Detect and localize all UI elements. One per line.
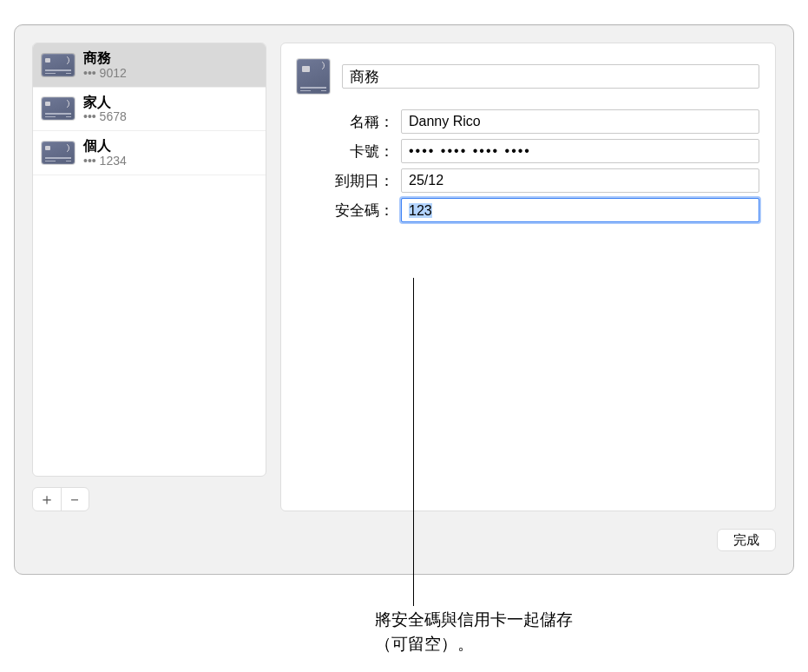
card-list: 商務 ••• 9012 家人 ••• 5678 (32, 43, 266, 477)
form-row-number: 卡號： (297, 139, 759, 163)
cvv-value: 123 (409, 203, 432, 218)
form-row-expiry: 到期日： (297, 168, 759, 193)
card-header (297, 59, 759, 94)
footer: 完成 (32, 529, 776, 551)
card-title: 家人 (83, 95, 127, 110)
card-list-item[interactable]: 家人 ••• 5678 (33, 88, 266, 132)
credit-card-icon (42, 142, 75, 164)
card-list-item[interactable]: 個人 ••• 1234 (33, 131, 266, 175)
sidebar-container: 商務 ••• 9012 家人 ••• 5678 (32, 43, 266, 511)
remove-card-button[interactable]: － (62, 488, 89, 511)
form-row-cvv: 安全碼： 123 (297, 198, 759, 222)
card-last4: ••• 5678 (83, 109, 127, 123)
callout-line2: （可留空）。 (375, 635, 474, 653)
content: 商務 ••• 9012 家人 ••• 5678 (32, 43, 776, 511)
callout-line1: 將安全碼與信用卡一起儲存 (375, 610, 573, 629)
card-title: 商務 (83, 50, 127, 66)
card-list-item-text: 個人 ••• 1234 (83, 138, 127, 168)
card-description-field[interactable] (342, 64, 759, 89)
security-code-field[interactable]: 123 (401, 198, 759, 222)
credit-card-icon (42, 54, 75, 76)
expiry-field[interactable] (401, 168, 759, 193)
done-button[interactable]: 完成 (717, 529, 776, 551)
credit-card-icon (297, 59, 330, 94)
card-detail-panel: 名稱： 卡號： 到期日： 安全碼： 123 (280, 43, 776, 511)
card-number-field[interactable] (401, 139, 759, 163)
form-row-name: 名稱： (297, 109, 759, 134)
expiry-label: 到期日： (297, 171, 397, 191)
card-last4: ••• 1234 (83, 154, 127, 168)
card-list-item-text: 商務 ••• 9012 (83, 50, 127, 80)
cardholder-name-field[interactable] (401, 109, 759, 134)
add-card-button[interactable]: ＋ (33, 488, 61, 511)
credit-card-icon (42, 97, 75, 120)
callout-text: 將安全碼與信用卡一起儲存 （可留空）。 (375, 608, 635, 656)
card-title: 個人 (83, 138, 127, 154)
autofill-cards-window: 商務 ••• 9012 家人 ••• 5678 (14, 24, 794, 575)
callout-leader-line (413, 278, 414, 606)
card-last4: ••• 9012 (83, 66, 127, 80)
card-list-item-text: 家人 ••• 5678 (83, 95, 127, 124)
cvv-label: 安全碼： (297, 201, 397, 221)
number-label: 卡號： (297, 142, 397, 161)
card-list-item[interactable]: 商務 ••• 9012 (33, 43, 266, 88)
add-remove-control: ＋ － (32, 487, 89, 511)
name-label: 名稱： (297, 112, 397, 132)
